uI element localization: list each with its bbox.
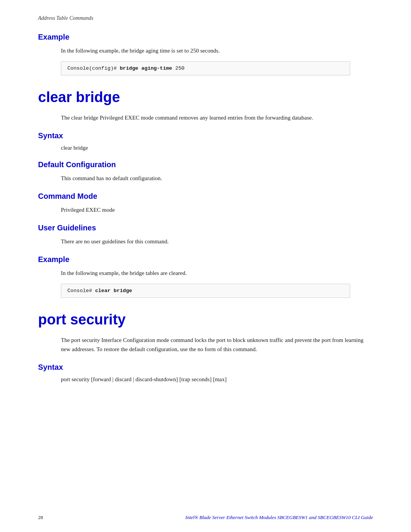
default-config-heading: Default Configuration — [38, 160, 373, 169]
code-prefix: Console(config)# — [67, 66, 120, 71]
clear-bridge-code-prefix: Console# — [67, 288, 95, 294]
clear-bridge-code-bold: clear bridge — [95, 288, 132, 294]
clear-bridge-code-box: Console# clear bridge — [61, 284, 350, 298]
clear-bridge-example-heading: Example — [38, 255, 373, 264]
breadcrumb: Address Table Commands — [38, 15, 93, 21]
port-security-description: The port security Interface Configuratio… — [61, 335, 373, 354]
clear-bridge-syntax-text: clear bridge — [61, 145, 373, 151]
user-guidelines-heading: User Guidelines — [38, 224, 373, 232]
clear-bridge-example-body: In the following example, the bridge tab… — [61, 268, 373, 278]
page-footer: 28 Intel® Blade Server Ethernet Switch M… — [38, 514, 373, 521]
example-top-heading: Example — [38, 33, 373, 42]
port-security-title: port security — [38, 312, 373, 328]
code-bold: bridge aging-time — [120, 66, 172, 71]
clear-bridge-description: The clear bridge Privileged EXEC mode co… — [61, 113, 373, 122]
user-guidelines-text: There are no user guidelines for this co… — [61, 237, 373, 246]
clear-bridge-syntax-heading: Syntax — [38, 131, 373, 140]
code-suffix: 250 — [172, 66, 184, 71]
page-header: Address Table Commands — [38, 15, 373, 21]
clear-bridge-title: clear bridge — [38, 89, 373, 105]
example-top-body: In the following example, the bridge agi… — [61, 46, 373, 55]
command-mode-text: Privileged EXEC mode — [61, 205, 373, 214]
default-config-text: This command has no default configuratio… — [61, 174, 373, 183]
command-mode-heading: Command Mode — [38, 192, 373, 201]
port-security-syntax-heading: Syntax — [38, 363, 373, 372]
page-number: 28 — [38, 514, 43, 521]
example-top-code-box: Console(config)# bridge aging-time 250 — [61, 61, 350, 75]
page-content: Address Table Commands Example In the fo… — [0, 0, 411, 412]
footer-doc-title: Intel® Blade Server Ethernet Switch Modu… — [185, 514, 373, 521]
port-security-syntax-text: port security [forward | discard | disca… — [61, 376, 373, 383]
